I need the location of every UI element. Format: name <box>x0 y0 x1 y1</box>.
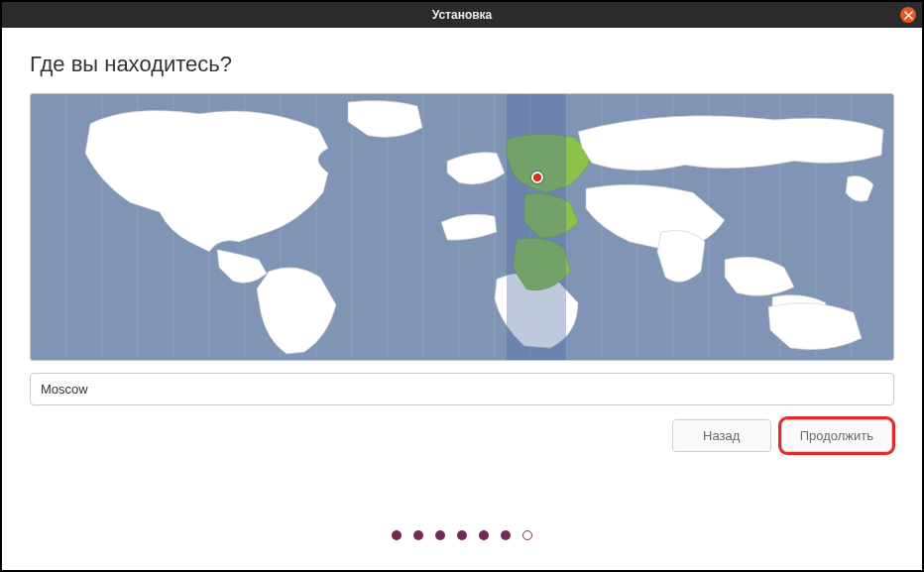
progress-dot <box>522 530 532 540</box>
page-title: Где вы находитесь? <box>30 52 894 77</box>
close-icon <box>904 11 913 20</box>
close-button[interactable] <box>900 7 916 23</box>
timezone-input[interactable] <box>30 373 894 405</box>
world-map-svg <box>31 94 893 360</box>
progress-dot <box>413 530 423 540</box>
content-area: Где вы находитесь? <box>2 28 922 452</box>
progress-dot <box>479 530 489 540</box>
progress-dots <box>2 530 922 540</box>
progress-dot <box>392 530 402 540</box>
progress-dot <box>435 530 445 540</box>
timezone-map[interactable] <box>30 93 894 361</box>
titlebar: Установка <box>2 2 922 28</box>
back-button[interactable]: Назад <box>672 419 771 452</box>
window-title: Установка <box>432 8 493 22</box>
progress-dot <box>501 530 511 540</box>
continue-button[interactable]: Продолжить <box>781 419 892 452</box>
progress-dot <box>457 530 467 540</box>
installer-window: Установка Где вы находитесь? <box>0 0 924 572</box>
nav-buttons: Назад Продолжить <box>30 419 894 452</box>
location-pin-icon <box>531 172 543 183</box>
